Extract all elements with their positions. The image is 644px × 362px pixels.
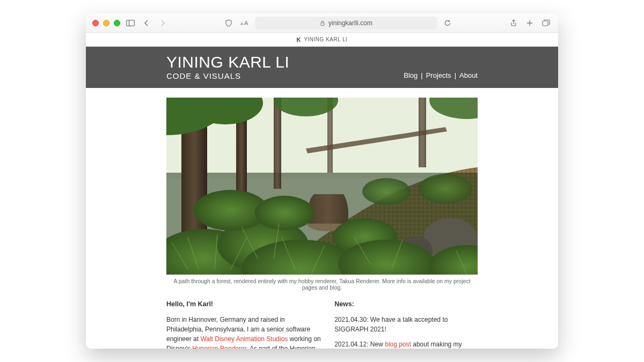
- minimize-window-button[interactable]: [103, 20, 109, 26]
- news-column: News: 2021.04.30: We have a talk accepte…: [334, 299, 478, 349]
- link-hyperion[interactable]: Hyperion Renderer: [192, 345, 246, 349]
- page-content: A path through a forest, rendered entire…: [86, 88, 558, 349]
- url-text: yiningkarlli.com: [328, 19, 372, 27]
- nav-projects[interactable]: Projects: [426, 71, 451, 79]
- about-column: Hello, I'm Karl! Born in Hannover, Germa…: [166, 299, 321, 349]
- traffic-lights: [92, 20, 120, 26]
- tab-title: YINING KARL LI: [304, 36, 347, 42]
- about-heading: Hello, I'm Karl!: [166, 299, 321, 309]
- maximize-window-button[interactable]: [114, 20, 120, 26]
- tab-strip: K YINING KARL LI: [86, 33, 558, 47]
- svg-rect-17: [274, 98, 281, 189]
- svg-rect-0: [127, 20, 135, 26]
- site-title: YINING KARL LI: [166, 54, 478, 70]
- text-size-icon[interactable]: AA: [239, 17, 251, 29]
- svg-point-25: [255, 196, 314, 230]
- nav-sep: |: [455, 71, 456, 79]
- svg-text:A: A: [244, 20, 248, 26]
- link-blog-post[interactable]: blog post: [385, 341, 411, 348]
- url-bar[interactable]: yiningkarlli.com: [255, 17, 437, 29]
- privacy-shield-icon[interactable]: [223, 17, 235, 29]
- link-disney-studios[interactable]: Walt Disney Animation Studios: [200, 335, 288, 343]
- close-window-button[interactable]: [92, 20, 99, 26]
- svg-rect-7: [543, 21, 548, 26]
- share-button[interactable]: [508, 17, 519, 29]
- news-item: 2021.04.12: New blog post about making m…: [334, 339, 478, 349]
- tab-overview-button[interactable]: [540, 17, 552, 29]
- news-item: 2021.04.30: We have a talk accepted to S…: [334, 315, 478, 334]
- svg-point-29: [419, 174, 472, 204]
- refresh-button[interactable]: [442, 17, 453, 29]
- favicon: K: [296, 36, 301, 43]
- nav-sep: |: [421, 71, 422, 79]
- page-viewport[interactable]: YINING KARL LI CODE & VISUALS Blog | Pro…: [86, 47, 558, 349]
- browser-toolbar: AA yiningkarlli.com: [86, 13, 558, 33]
- two-columns: Hello, I'm Karl! Born in Hannover, Germa…: [166, 299, 478, 349]
- sidebar-toggle-icon[interactable]: [125, 17, 136, 29]
- browser-window: AA yiningkarlli.com K YINING KARL LI YIN…: [86, 13, 558, 349]
- about-paragraph: Born in Hannover, Germany and raised in …: [166, 315, 321, 349]
- nav-blog[interactable]: Blog: [404, 71, 418, 79]
- svg-text:A: A: [240, 21, 244, 26]
- nav-about[interactable]: About: [459, 71, 478, 79]
- main-nav: Blog | Projects | About: [404, 71, 478, 79]
- lock-icon: [320, 20, 325, 26]
- back-button[interactable]: [141, 17, 152, 29]
- svg-rect-4: [321, 23, 324, 25]
- site-header: YINING KARL LI CODE & VISUALS Blog | Pro…: [86, 47, 558, 88]
- svg-point-28: [362, 178, 411, 205]
- news-date: 2021.04.30: [334, 316, 367, 323]
- text: : New: [367, 341, 385, 348]
- news-date: 2021.04.12: [334, 341, 367, 348]
- news-heading: News:: [334, 299, 478, 309]
- new-tab-button[interactable]: [524, 17, 536, 29]
- forward-button[interactable]: [157, 17, 169, 29]
- hero-image: [166, 98, 478, 275]
- hero-caption: A path through a forest, rendered entire…: [166, 278, 478, 291]
